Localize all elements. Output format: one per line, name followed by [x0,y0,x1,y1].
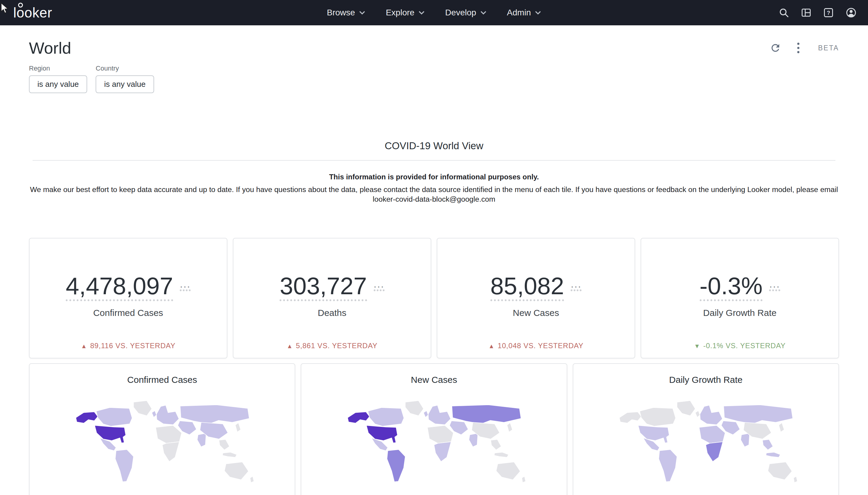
map-region-sub_africa[interactable] [434,442,451,462]
map-tile-title: Daily Growth Rate [573,375,838,385]
kpi-delta-suffix: VS. YESTERDAY [523,342,584,350]
map-region-canada[interactable] [96,408,132,426]
map-region-uk[interactable] [152,411,156,417]
disclaimer-body: We make our best effort to keep data acc… [29,185,839,204]
kpi-delta: ▲10,048 VS. YESTERDAY [437,342,635,350]
nav-menu-explore[interactable]: Explore [380,4,431,21]
filter-country: Country is any value [96,65,154,93]
chevron-down-icon [535,11,541,15]
arrow-down-icon: ▼ [694,343,700,349]
map-region-indonesia[interactable] [222,452,237,457]
map-tile-daily-growth-rate: Daily Growth Rate [573,363,839,495]
map-region-se_asia[interactable] [219,440,230,450]
looker-logo[interactable]: looker [10,5,56,20]
map-region-north_africa[interactable] [427,425,453,443]
svg-text:?: ? [827,10,830,16]
map-region-usa[interactable] [638,425,669,443]
map-region-australia[interactable] [224,462,249,480]
search-icon[interactable] [776,4,792,21]
map-region-se_asia[interactable] [763,440,773,450]
main-nav: Browse Explore Develop Admin [321,4,547,21]
map-tile-title: New Cases [301,375,566,385]
navbar-actions: ? [776,4,859,21]
world-map-daily-growth-rate[interactable] [608,395,803,495]
map-region-australia[interactable] [768,462,792,480]
map-region-india[interactable] [741,433,750,447]
map-region-australia[interactable] [496,462,520,480]
map-region-europe[interactable] [156,405,179,425]
map-region-uk[interactable] [423,411,428,417]
kpi-value[interactable]: 85,082 [490,273,564,301]
map-region-indonesia[interactable] [494,452,509,457]
kpi-row: 4,478,097 ... Confirmed Cases ▲89,116 VS… [29,238,839,358]
map-region-europe[interactable] [428,405,451,425]
map-region-japan[interactable] [507,423,513,432]
kpi-value[interactable]: 303,727 [280,273,367,301]
kpi-delta-value: 10,048 [498,342,521,350]
map-region-usa[interactable] [95,425,126,443]
map-region-greenland[interactable] [677,400,696,416]
kpi-value[interactable]: -0.3% [700,273,763,301]
map-region-south_america[interactable] [115,449,134,482]
map-region-russia[interactable] [724,405,793,424]
map-region-north_africa[interactable] [156,425,182,443]
nav-menu-develop[interactable]: Develop [439,4,493,21]
map-region-india[interactable] [197,433,206,447]
map-region-alaska[interactable] [619,412,641,423]
map-region-russia[interactable] [180,405,249,424]
nav-menu-admin[interactable]: Admin [501,4,547,21]
filter-country-value[interactable]: is any value [96,75,154,93]
map-region-south_america[interactable] [659,449,677,482]
map-region-indonesia[interactable] [766,452,781,457]
map-region-se_asia[interactable] [491,440,501,450]
top-navbar: looker Browse Explore Develop Admin [0,0,868,25]
map-region-canada[interactable] [368,408,404,426]
map-region-canada[interactable] [640,408,675,426]
account-icon[interactable] [843,4,859,21]
map-region-alaska[interactable] [76,412,98,423]
map-region-south_america[interactable] [387,449,405,482]
map-region-sub_africa[interactable] [706,442,723,462]
map-region-new_zealand[interactable] [794,476,798,483]
map-region-north_africa[interactable] [699,425,725,443]
map-region-japan[interactable] [235,423,241,432]
kebab-menu-icon[interactable] [796,41,801,55]
kpi-delta: ▼-0.1% VS. YESTERDAY [641,342,838,350]
kpi-more-link[interactable]: ... [374,278,385,291]
world-map-confirmed-cases[interactable] [65,395,260,495]
text-tile: COVID-19 World View This information is … [29,140,839,204]
nav-menu-develop-label: Develop [445,8,476,17]
dashboard-tile-title: COVID-19 World View [29,140,839,152]
map-region-new_zealand[interactable] [522,476,526,483]
kpi-more-link[interactable]: ... [571,278,582,291]
refresh-icon[interactable] [768,41,782,55]
kpi-tile-deaths: 303,727 ... Deaths ▲5,861 VS. YESTERDAY [233,238,431,358]
kpi-delta-suffix: VS. YESTERDAY [318,342,378,350]
map-region-greenland[interactable] [133,400,152,416]
map-region-alaska[interactable] [348,412,369,423]
map-region-uk[interactable] [696,411,700,417]
map-region-usa[interactable] [366,425,398,443]
kpi-more-link[interactable]: ... [180,278,190,291]
world-map-new-cases[interactable] [337,395,531,495]
arrow-up-icon: ▲ [81,343,87,349]
help-icon[interactable]: ? [820,4,837,21]
page-title: World [29,39,71,57]
kpi-more-link[interactable]: ... [769,278,780,291]
filter-region-value[interactable]: is any value [29,75,87,93]
map-region-new_zealand[interactable] [250,476,254,483]
dashboards-icon[interactable] [798,4,814,21]
map-region-japan[interactable] [779,423,784,432]
map-region-india[interactable] [469,433,478,447]
kpi-delta-value: 89,116 [90,342,113,350]
nav-menu-browse[interactable]: Browse [321,4,371,21]
nav-menu-explore-label: Explore [386,8,414,17]
map-region-sub_africa[interactable] [162,442,180,462]
map-region-europe[interactable] [700,405,723,425]
map-region-russia[interactable] [452,405,521,424]
chevron-down-icon [359,11,365,15]
looker-logo-ring-icon [18,3,23,7]
kpi-value[interactable]: 4,478,097 [66,273,173,301]
map-region-greenland[interactable] [405,400,424,416]
arrow-up-icon: ▲ [488,343,495,349]
